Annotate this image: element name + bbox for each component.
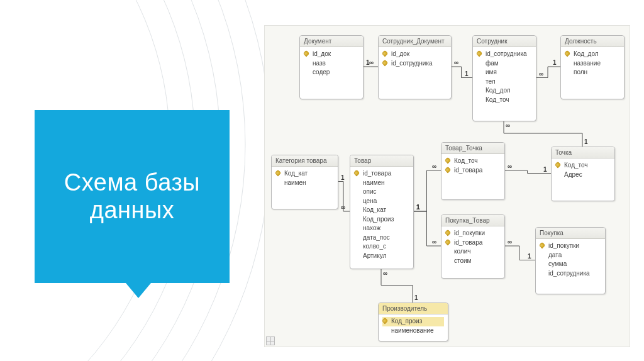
table-header[interactable]: Сотрудник [473, 36, 536, 47]
svg-text:1: 1 [528, 253, 531, 260]
field[interactable]: колво_с [354, 242, 409, 252]
svg-text:1: 1 [465, 70, 469, 77]
field[interactable]: нахож [354, 224, 409, 233]
field[interactable]: Код_произ [354, 215, 409, 225]
svg-text:∞: ∞ [508, 238, 512, 245]
primary-key-field[interactable]: id_сотрудника [382, 59, 447, 69]
field[interactable]: наимен [275, 179, 334, 188]
svg-text:1: 1 [416, 204, 420, 211]
field-list: Код_долназваниеполн [561, 47, 624, 81]
field-list: Код_точАдрес [552, 158, 614, 183]
table-header[interactable]: Документ [300, 36, 363, 47]
field[interactable]: стоим [445, 257, 501, 266]
field-list: id_докназвсодер [300, 47, 363, 81]
field[interactable]: Артикул [354, 252, 409, 261]
table-producer[interactable]: ПроизводительКод_произнаименование [378, 303, 448, 342]
svg-text:∞: ∞ [383, 270, 387, 277]
svg-text:1: 1 [414, 294, 418, 301]
db-schema-canvas[interactable]: 1∞1∞1∞1∞1∞1∞1∞1∞1∞1∞ Документid_докназвс… [264, 25, 630, 347]
svg-text:∞: ∞ [432, 163, 436, 170]
primary-key-field[interactable]: id_покупки [445, 229, 501, 238]
primary-key-field[interactable]: Код_кат [275, 169, 334, 179]
field[interactable]: наимен [354, 179, 409, 188]
primary-key-field[interactable]: Код_точ [445, 157, 501, 166]
svg-text:∞: ∞ [341, 204, 345, 211]
field-list: id_докid_сотрудника [379, 47, 451, 72]
primary-key-field[interactable]: id_сотрудника [477, 50, 532, 59]
svg-text:1: 1 [341, 174, 345, 181]
field[interactable]: имя [477, 68, 532, 77]
table-header[interactable]: Точка [552, 147, 614, 158]
field[interactable]: фам [477, 59, 532, 69]
field-list: Код_катнаимен [272, 167, 338, 191]
table-header[interactable]: Покупка_Товар [441, 215, 504, 226]
table-document[interactable]: Документid_докназвсодер [299, 35, 364, 99]
field-list: id_товаранаименописценаКод_катКод_произн… [350, 167, 413, 264]
field[interactable]: сумма [540, 260, 601, 269]
primary-key-field[interactable]: id_док [304, 50, 359, 59]
field[interactable]: название [565, 59, 620, 69]
table-category[interactable]: Категория товараКод_катнаимен [271, 155, 338, 209]
field[interactable]: Код_дол [477, 86, 532, 96]
table-prod_point[interactable]: Товар_ТочкаКод_точid_товара [441, 142, 505, 200]
svg-text:∞: ∞ [539, 70, 543, 77]
primary-key-field[interactable]: id_док [382, 50, 447, 59]
svg-text:∞: ∞ [369, 59, 374, 66]
field[interactable]: содер [304, 68, 359, 77]
table-header[interactable]: Должность [561, 36, 624, 47]
field[interactable]: назв [304, 59, 359, 69]
field[interactable]: тел [477, 77, 532, 87]
field[interactable]: полн [565, 68, 620, 77]
field[interactable]: опис [354, 187, 409, 197]
field-list: Код_точid_товара [441, 154, 504, 179]
svg-text:∞: ∞ [508, 163, 512, 170]
svg-text:1: 1 [584, 138, 588, 145]
slide-title: Схема базыданных [64, 169, 200, 224]
field-list: id_сотрудникафамимятелКод_долКод_точ [473, 47, 536, 108]
table-employee[interactable]: Сотрудникid_сотрудникафамимятелКод_долКо… [472, 35, 536, 121]
table-purchase[interactable]: Покупкаid_покупкидатасуммаid_сотрудника [535, 227, 606, 294]
table-header[interactable]: Категория товара [272, 155, 338, 167]
table-header[interactable]: Производитель [379, 303, 448, 314]
svg-text:1: 1 [553, 59, 557, 66]
primary-key-field[interactable]: id_товара [354, 169, 409, 179]
table-header[interactable]: Покупка [536, 228, 605, 239]
table-product[interactable]: Товарid_товаранаименописценаКод_катКод_п… [350, 155, 414, 269]
primary-key-field[interactable]: id_покупки [540, 242, 601, 251]
field[interactable]: цена [354, 197, 409, 206]
grid-hint-icon [266, 336, 275, 345]
table-point[interactable]: ТочкаКод_точАдрес [551, 147, 615, 201]
field-list: Код_произнаименование [379, 314, 448, 339]
field[interactable]: id_сотрудника [540, 269, 601, 279]
field-list: id_покупкидатасуммаid_сотрудника [536, 239, 605, 282]
field[interactable]: Код_кат [354, 206, 409, 215]
table-position[interactable]: ДолжностьКод_долназваниеполн [560, 35, 625, 99]
primary-key-field[interactable]: id_товара [445, 238, 501, 248]
field[interactable]: дата [540, 251, 601, 260]
title-panel: Схема базыданных [35, 110, 230, 283]
primary-key-field[interactable]: Код_дол [565, 50, 620, 59]
svg-text:∞: ∞ [506, 122, 510, 129]
field[interactable]: дата_пос [354, 233, 409, 243]
field[interactable]: наименование [382, 326, 444, 336]
svg-text:1: 1 [366, 59, 370, 66]
svg-text:1: 1 [543, 166, 547, 173]
primary-key-field[interactable]: Код_точ [555, 161, 611, 170]
table-header[interactable]: Сотрудник_Документ [379, 36, 451, 47]
primary-key-field[interactable]: id_товара [445, 166, 501, 175]
title-callout-tail [126, 283, 151, 298]
table-header[interactable]: Товар_Точка [441, 143, 504, 154]
field[interactable]: Адрес [555, 170, 611, 180]
svg-text:∞: ∞ [432, 238, 436, 245]
field[interactable]: Код_точ [477, 96, 532, 105]
field[interactable]: колич [445, 247, 501, 257]
table-header[interactable]: Товар [350, 155, 413, 167]
primary-key-field[interactable]: Код_произ [382, 317, 444, 326]
table-emp_doc[interactable]: Сотрудник_Документid_докid_сотрудника [378, 35, 452, 99]
table-purch_prod[interactable]: Покупка_Товарid_покупкиid_товараколичсто… [441, 214, 505, 279]
svg-text:∞: ∞ [454, 59, 458, 66]
field-list: id_покупкиid_товараколичстоим [441, 226, 504, 269]
svg-text:1: 1 [416, 204, 420, 211]
